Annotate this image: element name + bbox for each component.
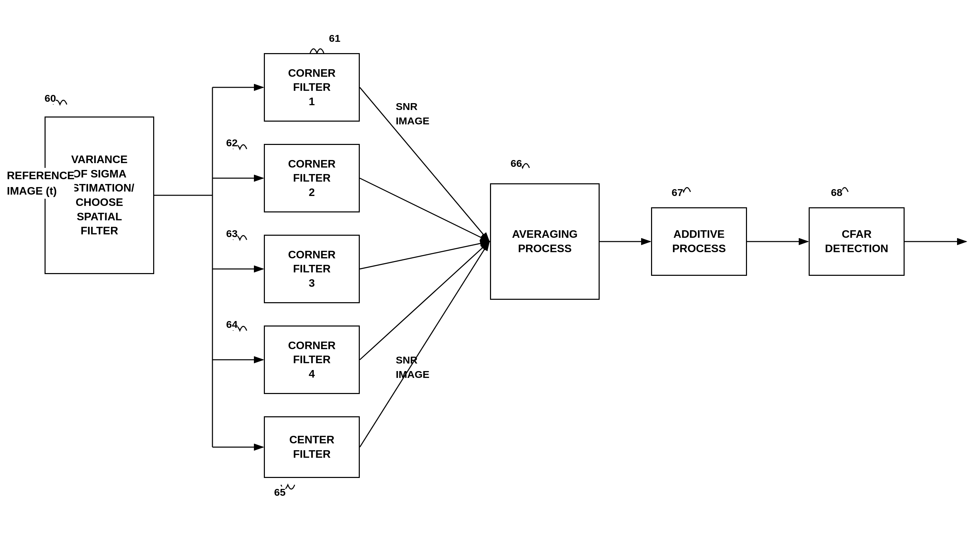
svg-line-12 bbox=[360, 178, 489, 242]
label-66: 66 bbox=[511, 158, 522, 169]
label-60: 60 bbox=[45, 92, 56, 104]
label-63: 63 bbox=[226, 228, 237, 239]
svg-line-15 bbox=[360, 242, 489, 447]
corner-filter-1-block: CORNER FILTER 1 bbox=[264, 53, 360, 122]
additive-process-block: ADDITIVE PROCESS bbox=[651, 207, 747, 276]
label-67: 67 bbox=[671, 187, 683, 198]
corner-filter-2-block: CORNER FILTER 2 bbox=[264, 144, 360, 212]
corner-filter-3-block: CORNER FILTER 3 bbox=[264, 235, 360, 303]
corner-filter-4-block: CORNER FILTER 4 bbox=[264, 326, 360, 394]
label-64: 64 bbox=[226, 319, 237, 330]
diagram-container: VARIANCE OF SIGMA ESTIMATION/ CHOOSE SPA… bbox=[0, 0, 980, 541]
svg-line-13 bbox=[360, 242, 489, 269]
label-62: 62 bbox=[226, 137, 237, 149]
label-61: 61 bbox=[329, 33, 340, 44]
label-65: 65 bbox=[274, 487, 285, 498]
label-68: 68 bbox=[831, 187, 842, 198]
svg-line-14 bbox=[360, 242, 489, 360]
center-filter-block: CENTER FILTER bbox=[264, 416, 360, 478]
averaging-process-block: AVERAGING PROCESS bbox=[490, 183, 600, 300]
cfar-detection-block: CFAR DETECTION bbox=[809, 207, 905, 276]
snr-image-bottom-label: SNR IMAGE bbox=[396, 353, 430, 382]
reference-image-label: REFERENCE IMAGE (t) bbox=[7, 168, 74, 199]
snr-image-top-label: SNR IMAGE bbox=[396, 99, 430, 128]
